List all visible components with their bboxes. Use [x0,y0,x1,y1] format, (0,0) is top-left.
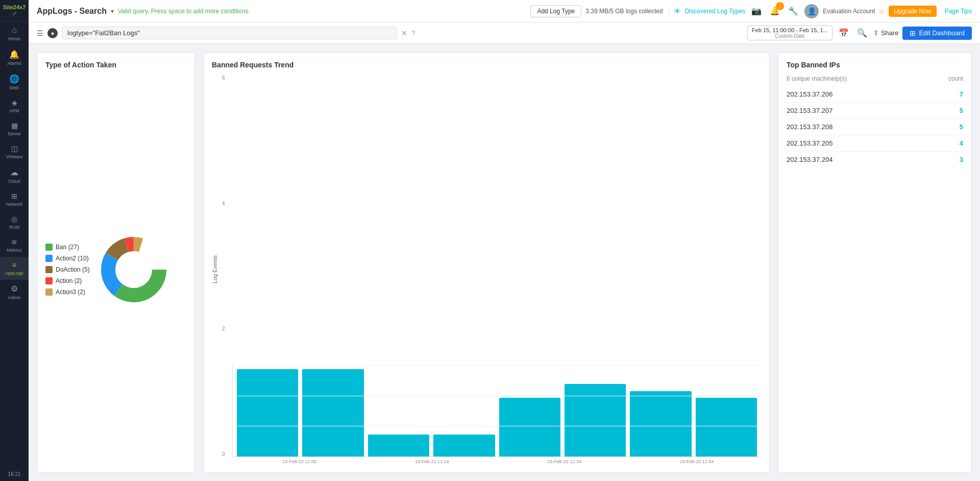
topbar: AppLogs - Search ▾ Valid query. Press sp… [29,0,980,22]
bar-col-0 [237,369,298,456]
bar-col-7 [696,369,757,456]
searchbar: ☰ ● logtype="Fail2Ban Logs" ✕ ? Feb 15, … [29,22,980,44]
sidebar-item-web[interactable]: 🌐 Web [0,70,29,94]
hamburger-icon[interactable]: ☰ [37,29,43,37]
bar-col-3 [433,369,495,456]
date-range-text: Feb 15, 11:00:00 - Feb 15, 1... [752,27,828,33]
logs-info: 3.39 MB/5 GB logs collected [585,8,669,15]
search-button[interactable]: 🔍 [855,26,869,40]
ip-row-4: 202.153.37.204 3 [787,152,963,167]
notification-area[interactable]: 🔔 ! [768,4,782,18]
y-axis-label: Log Events [212,255,218,283]
ip-row-1: 202.153.37.207 5 [787,103,963,119]
avatar[interactable]: 👤 [804,4,819,18]
legend-label-doaction: DoAction (5) [56,266,90,273]
expand-icon[interactable]: ⤢ [2,10,27,17]
calendar-button[interactable]: 📅 [837,26,851,40]
legend-label-action2: Action2 (10) [56,255,89,262]
apm-icon: ◈ [12,99,17,107]
sidebar-item-server[interactable]: ▦ Server [0,117,29,140]
applogs-icon: ≡ [12,261,16,269]
sidebar-item-applogs[interactable]: ≡ AppLogs [0,257,29,280]
sidebar-label-vmware: VMware [6,154,22,159]
warning-icon: ⚠ [879,8,885,15]
notification-badge: ! [776,2,784,10]
page-tips-link[interactable]: Page Tips [945,8,972,15]
share-button[interactable]: ⇧ Share [873,29,899,37]
home-icon: ⌂ [12,26,17,35]
ip-row-3: 202.153.37.205 4 [787,135,963,152]
bar-col-6 [630,369,691,456]
date-range-button[interactable]: Feb 15, 11:00:00 - Feb 15, 1... Custom D… [747,26,832,40]
ip-count-4: 3 [960,156,963,163]
web-icon: 🌐 [9,74,19,84]
bar-4 [499,398,560,456]
legend-color-action3 [45,288,53,296]
bar-1 [302,369,363,456]
ip-address-0: 202.153.37.206 [787,90,832,98]
svg-point-5 [119,255,148,284]
add-log-type-button[interactable]: Add Log Type [530,5,581,17]
x-label-2: 15-Feb-22 11:34 [500,459,629,464]
y-tick-0: 0 [222,451,229,457]
sidebar-label-rum: RUM [9,225,20,230]
donut-chart-title: Type of Action Taken [45,61,186,69]
log-type-badge: ● [47,28,58,38]
y-tick-4: 4 [222,201,229,206]
ip-count-1: 5 [960,107,963,114]
sidebar-item-home[interactable]: ⌂ Home [0,21,29,45]
bars-container [232,365,761,457]
logo-area[interactable]: Site24x7 ⤢ [0,0,29,21]
dropdown-icon[interactable]: ▾ [111,8,114,15]
vmware-icon: ◫ [11,145,18,153]
sidebar-time: 16:21 [8,467,20,481]
grid-icon: ⊞ [910,29,916,37]
top-ips-title: Top Banned IPs [787,61,963,69]
bar-col-2 [368,369,429,456]
search-help-button[interactable]: ? [411,29,415,37]
upgrade-button[interactable]: Upgrade Now [889,6,936,17]
edit-dashboard-button[interactable]: ⊞ Edit Dashboard [902,27,972,40]
sidebar-item-metrics[interactable]: ≋ Metrics [0,234,29,257]
date-range-sub: Custom Date [775,33,804,39]
sidebar-item-vmware[interactable]: ◫ VMware [0,140,29,163]
sidebar-item-cloud[interactable]: ☁ Cloud [0,163,29,188]
discovered-log-types-link[interactable]: Discovered Log Types [685,8,746,15]
y-axis-ticks: 0 2 4 6 [222,75,232,457]
sidebar-label-admin: Admin [8,295,21,300]
share-icon: ⇧ [873,29,879,37]
bar-col-1 [302,369,363,456]
legend-item-action3: Action3 (2) [45,288,90,296]
dashboard: Type of Action Taken Ban (27) Action2 (1… [29,44,980,481]
ips-subtitle: 6 unique machineip(s) [787,75,847,82]
sidebar-item-apm[interactable]: ◈ APM [0,94,29,117]
x-label-0: 15-Feb-22 11:00 [235,459,364,464]
top-ips-card: Top Banned IPs 6 unique machineip(s) cou… [778,52,972,473]
sidebar-label-web: Web [10,85,19,90]
sidebar-item-alarms[interactable]: 🔔 Alarms [0,45,29,70]
screenshot-button[interactable]: 📷 [749,4,764,18]
legend-label-action3: Action3 (2) [56,288,85,296]
sidebar-item-network[interactable]: ⊞ Network [0,188,29,211]
sidebar-label-server: Server [8,131,21,136]
ip-row-0: 202.153.37.206 7 [787,86,963,103]
legend-color-action2 [45,255,53,262]
legend-item-ban: Ban (27) [45,244,90,251]
ip-row-2: 202.153.37.208 5 [787,119,963,135]
sidebar: Site24x7 ⤢ ⌂ Home 🔔 Alarms 🌐 Web ◈ APM ▦… [0,0,29,481]
legend-item-action: Action (2) [45,277,90,284]
sidebar-item-admin[interactable]: ⚙ Admin [0,280,29,304]
sidebar-label-network: Network [6,202,22,207]
search-clear-button[interactable]: ✕ [401,29,407,37]
ip-address-3: 202.153.37.205 [787,139,832,147]
search-query-input[interactable]: logtype="Fail2Ban Logs" [62,27,397,39]
ip-count-3: 4 [960,139,963,147]
sidebar-label-alarms: Alarms [7,61,21,66]
server-icon: ▦ [11,122,18,130]
eye-icon: 👁 [674,7,681,15]
network-icon: ⊞ [11,192,17,200]
sidebar-item-rum[interactable]: ◎ RUM [0,211,29,234]
count-column-label: count [948,75,963,82]
settings-button[interactable]: 🔧 [786,4,800,18]
bar-6 [630,391,691,456]
